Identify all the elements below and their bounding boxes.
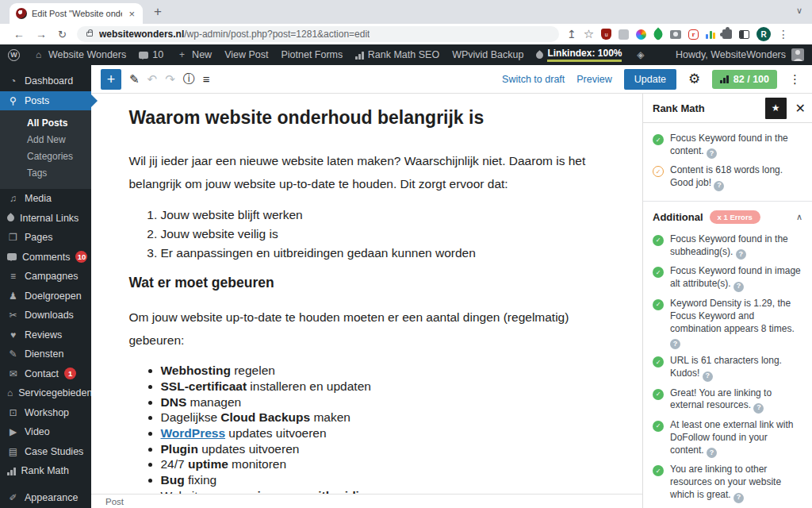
sidebar-item-doelgroepen[interactable]: ♟Doelgroepen: [0, 287, 91, 306]
extensions-puzzle-icon[interactable]: [722, 29, 732, 39]
sidebar-item-appearance[interactable]: ✐Appearance: [0, 488, 91, 508]
post-numbered-list[interactable]: Jouw website blijft werkenJouw website v…: [129, 207, 605, 262]
breadcrumb[interactable]: Post: [105, 497, 124, 506]
sidebar-item-rank-math[interactable]: Rank Math: [0, 461, 91, 481]
forward-icon[interactable]: →: [36, 28, 47, 40]
preview-link[interactable]: Preview: [576, 74, 611, 85]
admin-bar-item-10[interactable]: 10: [139, 49, 163, 60]
admin-bar-item-piotnet-forms[interactable]: Piotnet Forms: [281, 49, 343, 60]
tab-search-chevron-icon[interactable]: ∨: [796, 6, 802, 16]
admin-bar-item-view-post[interactable]: View Post: [224, 49, 268, 60]
sidebar-item-downloads[interactable]: ✂Downloads: [0, 306, 91, 325]
back-icon[interactable]: ←: [13, 28, 25, 40]
admin-bar-item-diamond[interactable]: ◈: [634, 49, 646, 60]
reload-icon[interactable]: ↻: [58, 29, 67, 40]
submenu-item-tags[interactable]: Tags: [0, 165, 91, 182]
panel-close-icon[interactable]: ✕: [795, 101, 806, 116]
intro-paragraph[interactable]: Wil jij ieder jaar een nieuwe website la…: [129, 149, 605, 196]
bullet-list-item: Bug fixing: [161, 472, 605, 488]
side-panel-icon[interactable]: [739, 30, 749, 39]
help-icon[interactable]: ?: [714, 181, 724, 191]
help-icon[interactable]: ?: [707, 148, 717, 159]
admin-bar-item-wpvivid-backup[interactable]: WPvivid Backup: [452, 49, 523, 60]
sidebar-item-internal-links[interactable]: Internal Links: [0, 209, 91, 229]
sidebar-item-pages[interactable]: ❐Pages: [0, 228, 91, 248]
sidebar-item-posts[interactable]: ⚲Posts: [0, 91, 91, 111]
second-paragraph[interactable]: Om jouw website up-to-date te houden moe…: [129, 306, 605, 352]
post-bullet-list[interactable]: Webhosting regelenSSL-certificaat instal…: [129, 363, 605, 494]
sidebar-item-label: Dashboard: [25, 75, 73, 87]
sidebar-item-video[interactable]: ▶Video: [0, 422, 91, 442]
check-text: You are linking to other resources on yo…: [670, 464, 802, 502]
bookmark-star-icon[interactable]: ☆: [584, 27, 594, 41]
admin-bar-items: W⌂Website Wonders10+NewView PostPiotnet …: [8, 48, 646, 62]
more-options-icon[interactable]: ⋮: [789, 72, 801, 87]
admin-bar-item-linkindex-100[interactable]: Linkindex: 100%: [536, 48, 622, 62]
browser-profile-avatar[interactable]: R: [756, 27, 771, 41]
sidebar-item-reviews[interactable]: ♥Reviews: [0, 325, 91, 345]
share-icon[interactable]: ↥: [567, 28, 576, 40]
undo-icon[interactable]: ↶: [147, 72, 158, 87]
settings-gear-icon[interactable]: ⚙: [688, 71, 700, 87]
bars-extension-icon[interactable]: [706, 29, 715, 39]
sidebar-item-comments[interactable]: Comments10: [0, 248, 91, 267]
details-info-icon[interactable]: ⓘ: [183, 71, 195, 87]
redo-icon[interactable]: ↷: [165, 72, 175, 87]
address-bar[interactable]: websitewonders.nl/wp-admin/post.php?post…: [77, 26, 559, 42]
list-view-icon[interactable]: ≡: [203, 72, 210, 86]
red-r-extension-icon[interactable]: r: [688, 29, 699, 40]
section-header-additional[interactable]: Additionalx 1 Errors∧: [653, 210, 802, 224]
gray-extension-icon[interactable]: [619, 29, 629, 40]
block-inserter-button[interactable]: +: [101, 69, 121, 90]
admin-bar-item-new[interactable]: +New: [176, 49, 212, 60]
rankmath-check-item: ✓Focus Keyword found in the content. ?: [653, 133, 802, 159]
admin-bar-item-wp[interactable]: W: [8, 49, 20, 61]
admin-bar-item-rank-math-seo[interactable]: Rank Math SEO: [355, 49, 439, 60]
help-icon[interactable]: ?: [736, 249, 746, 260]
help-icon[interactable]: ?: [670, 339, 680, 349]
submenu-item-categories[interactable]: Categories: [0, 148, 91, 165]
help-icon[interactable]: ?: [733, 282, 744, 292]
admin-bar-item-website-wonders[interactable]: ⌂Website Wonders: [33, 49, 126, 60]
post-canvas[interactable]: Waarom website onderhoud belangrijk is W…: [91, 94, 642, 494]
help-icon[interactable]: ?: [733, 493, 744, 503]
green-extension-icon[interactable]: [652, 28, 665, 41]
help-icon[interactable]: ?: [753, 403, 764, 414]
post-title[interactable]: Waarom website onderhoud belangrijk is: [129, 106, 605, 130]
help-icon[interactable]: ?: [703, 371, 713, 382]
sidebar-item-media[interactable]: ♫Media: [0, 189, 91, 209]
submenu-item-all-posts[interactable]: All Posts: [0, 115, 91, 132]
sidebar-item-case-studies[interactable]: ▤Case Studies: [0, 442, 91, 462]
wordpress-link[interactable]: WordPress: [161, 426, 226, 440]
seo-score-badge[interactable]: 82 / 100: [712, 70, 777, 89]
pages-icon: ❐: [7, 232, 19, 243]
switch-to-draft-link[interactable]: Switch to draft: [502, 74, 565, 85]
update-button[interactable]: Update: [624, 69, 676, 90]
sidebar-item-workshop[interactable]: ⊡Workshop: [0, 403, 91, 423]
sidebar-item-contact[interactable]: ✉Contact1: [0, 364, 91, 384]
adblock-extension-icon[interactable]: u: [601, 29, 611, 40]
tab-close-icon[interactable]: ×: [127, 8, 136, 20]
chevron-up-icon[interactable]: ∧: [796, 212, 802, 222]
lock-icon[interactable]: [86, 32, 93, 37]
edit-mode-pencil-icon[interactable]: ✎: [129, 72, 140, 87]
sidebar-item-campagnes[interactable]: ≡Campagnes: [0, 267, 91, 287]
submenu-item-add-new[interactable]: Add New: [0, 132, 91, 148]
help-icon[interactable]: ?: [707, 448, 717, 458]
sidebar-item-label: Campagnes: [25, 271, 78, 282]
sidebar-item-diensten[interactable]: ✎Diensten: [0, 344, 91, 364]
rank-math-star-button[interactable]: ★: [765, 98, 787, 119]
post-subheading[interactable]: Wat er moet gebeuren: [129, 275, 605, 291]
droplet-icon: [535, 50, 546, 60]
chart-icon: [7, 467, 16, 475]
new-tab-button[interactable]: +: [154, 4, 162, 20]
browser-tab[interactable]: Edit Post "Website onderhoud ×: [10, 3, 143, 24]
check-icon: ✓: [653, 356, 664, 368]
colorwheel-extension-icon[interactable]: [636, 29, 646, 40]
camera-extension-icon[interactable]: [670, 30, 681, 39]
browser-menu-icon[interactable]: ⋮: [778, 28, 789, 40]
admin-bar-account[interactable]: Howdy, WebsiteWonders: [676, 48, 804, 61]
sidebar-item-dashboard[interactable]: ◔Dashboard: [0, 71, 91, 91]
sidebar-item-label: Servicegebieden: [18, 387, 91, 398]
sidebar-item-servicegebieden[interactable]: ⌂Servicegebieden: [0, 383, 91, 403]
